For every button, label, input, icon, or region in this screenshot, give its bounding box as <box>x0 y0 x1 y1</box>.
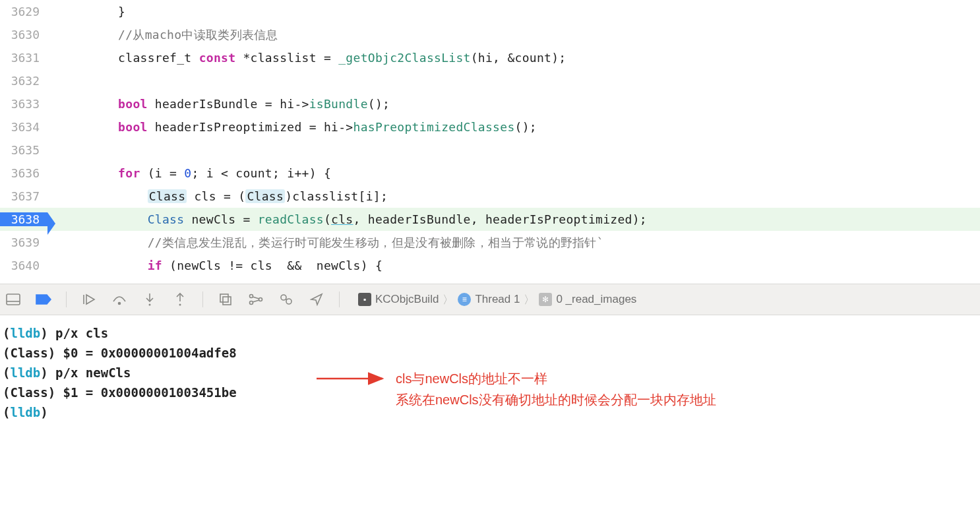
svg-point-16 <box>286 299 291 304</box>
breakpoint-gutter[interactable]: 3638 <box>0 212 47 226</box>
view-debugger-icon[interactable] <box>218 292 233 307</box>
target-icon: ▪ <box>358 293 371 306</box>
environment-overrides-icon[interactable] <box>278 292 294 307</box>
crumb-target-label: KCObjcBuild <box>375 293 439 306</box>
code-line[interactable]: 3634 bool headerIsPreoptimized = hi->has… <box>0 115 980 139</box>
code-content: } <box>47 5 980 18</box>
line-number[interactable]: 3630 <box>0 28 47 42</box>
line-number[interactable]: 3639 <box>0 235 47 249</box>
svg-point-10 <box>250 295 253 298</box>
chevron-right-icon: 〉 <box>524 292 535 307</box>
annotation-line-1: cls与newCls的地址不一样 <box>396 368 716 389</box>
line-number[interactable]: 3640 <box>0 259 47 272</box>
step-over-icon[interactable] <box>111 292 127 307</box>
code-content: bool headerIsPreoptimized = hi->hasPreop… <box>47 120 980 134</box>
step-out-icon[interactable] <box>172 292 188 307</box>
code-editor[interactable]: 3629 }3630 //从macho中读取类列表信息3631 classref… <box>0 0 980 284</box>
line-number[interactable]: 3632 <box>0 74 47 88</box>
code-content: classref_t const *classlist = _getObjc2C… <box>47 51 980 65</box>
code-line[interactable]: 3629 } <box>0 0 980 23</box>
continue-icon[interactable] <box>81 292 97 307</box>
code-content: if (newCls != cls && newCls) { <box>47 259 980 272</box>
svg-rect-8 <box>220 294 228 302</box>
location-icon[interactable] <box>309 292 324 307</box>
toolbar-separator <box>202 292 203 307</box>
svg-rect-0 <box>7 294 20 305</box>
code-line[interactable]: 3631 classref_t const *classlist = _getO… <box>0 46 980 69</box>
line-number[interactable]: 3634 <box>0 120 47 134</box>
code-line[interactable]: 3638 Class newCls = readClass(cls, heade… <box>0 208 980 231</box>
svg-rect-9 <box>223 297 231 305</box>
code-content: Class cls = (Class)classlist[i]; <box>47 189 980 203</box>
code-content: //从macho中读取类列表信息 <box>47 27 980 43</box>
panel-toggle-icon[interactable] <box>5 292 21 307</box>
code-line[interactable]: 3635 <box>0 139 980 162</box>
memory-graph-icon[interactable] <box>248 292 264 307</box>
crumb-thread-label: Thread 1 <box>475 293 520 306</box>
step-into-icon[interactable] <box>142 292 158 307</box>
code-content: bool headerIsBundle = hi->isBundle(); <box>47 97 980 111</box>
line-number[interactable]: 3635 <box>0 143 47 157</box>
toolbar-separator <box>339 292 340 307</box>
crumb-target[interactable]: ▪ KCObjcBuild <box>358 293 439 306</box>
code-line[interactable]: 3637 Class cls = (Class)classlist[i]; <box>0 185 980 208</box>
svg-point-3 <box>119 303 121 305</box>
crumb-thread[interactable]: ≡ Thread 1 <box>458 293 520 306</box>
svg-point-5 <box>149 304 151 306</box>
code-content <box>47 74 980 88</box>
code-line[interactable]: 3636 for (i = 0; i < count; i++) { <box>0 162 980 185</box>
debug-console[interactable]: (lldb) p/x cls(Class) $0 = 0x00000001004… <box>0 315 980 525</box>
line-number[interactable]: 3633 <box>0 97 47 111</box>
svg-line-14 <box>253 300 259 302</box>
line-number[interactable]: 3629 <box>0 5 47 18</box>
debug-toolbar: ▪ KCObjcBuild 〉 ≡ Thread 1 〉 ✻ 0 _read_i… <box>0 284 980 315</box>
crumb-frame[interactable]: ✻ 0 _read_images <box>539 293 636 306</box>
code-line[interactable]: 3632 <box>0 69 980 92</box>
svg-line-13 <box>253 297 259 299</box>
toolbar-separator <box>66 292 67 307</box>
debug-breadcrumb: ▪ KCObjcBuild 〉 ≡ Thread 1 〉 ✻ 0 _read_i… <box>358 292 636 307</box>
code-content <box>47 143 980 157</box>
svg-point-12 <box>259 298 262 301</box>
code-line[interactable]: 3633 bool headerIsBundle = hi->isBundle(… <box>0 92 980 115</box>
svg-point-11 <box>250 301 253 305</box>
thread-icon: ≡ <box>458 293 471 306</box>
code-line[interactable]: 3639 //类信息发生混乱，类运行时可能发生移动，但是没有被删除，相当于常说的… <box>0 231 980 254</box>
chevron-right-icon: 〉 <box>443 292 454 307</box>
gear-icon: ✻ <box>539 293 552 306</box>
code-content: Class newCls = readClass(cls, headerIsBu… <box>47 212 980 226</box>
breakpoint-toggle-icon[interactable] <box>36 292 51 307</box>
annotation-arrow <box>317 371 389 390</box>
line-number[interactable]: 3636 <box>0 166 47 180</box>
annotation-text: cls与newCls的地址不一样 系统在newCls没有确切地址的时候会分配一块… <box>396 368 716 410</box>
code-content: //类信息发生混乱，类运行时可能发生移动，但是没有被删除，相当于常说的野指针` <box>47 235 980 251</box>
crumb-frame-label: 0 _read_images <box>556 293 636 306</box>
console-line: (Class) $0 = 0x00000001004adfe8 <box>3 343 977 363</box>
code-content: for (i = 0; i < count; i++) { <box>47 166 980 180</box>
annotation-line-2: 系统在newCls没有确切地址的时候会分配一块内存地址 <box>396 389 716 410</box>
code-line[interactable]: 3640 if (newCls != cls && newCls) { <box>0 254 980 277</box>
svg-point-15 <box>281 295 286 300</box>
console-line: (lldb) p/x cls <box>3 323 977 343</box>
svg-point-7 <box>179 304 181 306</box>
code-line[interactable]: 3630 //从macho中读取类列表信息 <box>0 23 980 46</box>
line-number[interactable]: 3637 <box>0 189 47 203</box>
line-number[interactable]: 3631 <box>0 51 47 65</box>
